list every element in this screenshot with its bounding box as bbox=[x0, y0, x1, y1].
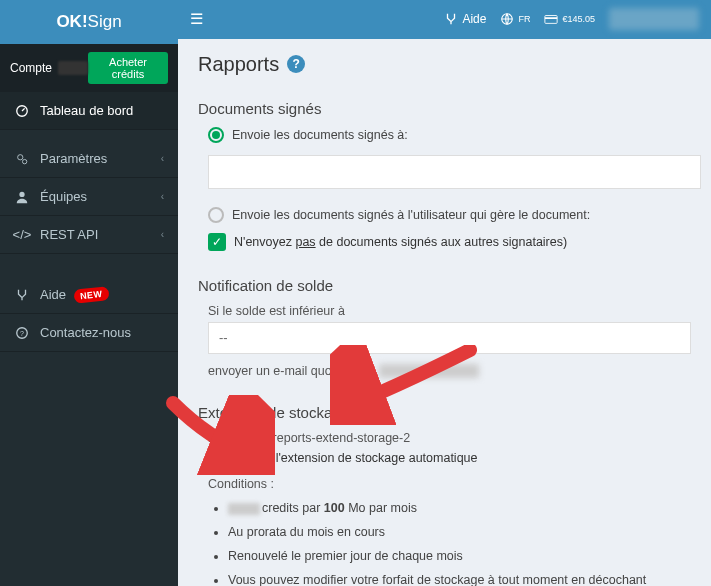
code-icon: </> bbox=[14, 227, 30, 242]
chevron-left-icon: ‹ bbox=[161, 229, 164, 240]
sidebar-item-teams[interactable]: Équipes ‹ bbox=[0, 178, 178, 216]
daily-email-label: envoyer un e-mail quotidien à: bbox=[208, 364, 691, 379]
brand-part1: OK! bbox=[56, 12, 87, 32]
sidebar-item-label: Aide bbox=[40, 287, 66, 302]
topbar-help[interactable]: Aide bbox=[444, 12, 486, 26]
merge-icon bbox=[14, 288, 30, 302]
list-item: Renouvelé le premier jour de chaque mois bbox=[228, 549, 691, 563]
sidebar-item-help[interactable]: Aide NEW bbox=[0, 276, 178, 314]
sidebar-item-dashboard[interactable]: Tableau de bord bbox=[0, 92, 178, 130]
list-item: Au prorata du mois en cours bbox=[228, 525, 691, 539]
merge-icon bbox=[444, 12, 458, 26]
content: Rapports ? Documents signés Envoie les d… bbox=[178, 39, 711, 586]
section-heading: Extension de stockage bbox=[198, 404, 691, 421]
sidebar-item-label: Paramètres bbox=[40, 151, 107, 166]
new-badge: NEW bbox=[73, 286, 109, 304]
balance-threshold-select[interactable]: -- bbox=[208, 322, 691, 354]
sidebar-item-settings[interactable]: Paramètres ‹ bbox=[0, 140, 178, 178]
radio-send-to-manager[interactable]: Envoie les documents signés à l'utilisat… bbox=[208, 207, 691, 223]
user-avatar[interactable] bbox=[609, 8, 699, 30]
account-label: Compte bbox=[10, 61, 88, 75]
radio-send-to-address[interactable]: Envoie les documents signés à: bbox=[208, 127, 691, 143]
topbar-lang: FR bbox=[518, 14, 530, 24]
hamburger-icon[interactable]: ☰ bbox=[190, 10, 203, 28]
user-icon bbox=[14, 190, 30, 204]
chevron-left-icon: ‹ bbox=[161, 153, 164, 164]
signed-email-input[interactable] bbox=[208, 155, 701, 189]
svg-point-3 bbox=[19, 191, 24, 196]
checkbox-no-send-others[interactable]: ✓ N'envoyez pas de documents signés aux … bbox=[208, 233, 691, 251]
section-heading: Notification de solde bbox=[198, 277, 691, 294]
radio-icon bbox=[208, 127, 224, 143]
main-area: ☰ Aide FR €145.05 Rapports ? bbox=[178, 0, 711, 586]
dashboard-icon bbox=[14, 104, 30, 118]
section-heading: Documents signés bbox=[198, 100, 691, 117]
checkbox-auto-storage[interactable]: Activer l'extension de stockage automati… bbox=[208, 449, 691, 467]
buy-credits-button[interactable]: Acheter crédits bbox=[88, 52, 168, 84]
svg-point-1 bbox=[18, 154, 23, 159]
help-circle-icon[interactable]: ? bbox=[287, 55, 305, 73]
svg-rect-8 bbox=[545, 18, 557, 20]
sidebar-item-label: REST API bbox=[40, 227, 98, 242]
svg-point-2 bbox=[22, 159, 26, 163]
account-row: Compte Acheter crédits bbox=[0, 44, 178, 92]
page-title: Rapports ? bbox=[198, 53, 691, 76]
conditions-label: Conditions : bbox=[208, 477, 691, 491]
checkbox-label: N'envoyez pas de documents signés aux au… bbox=[234, 235, 567, 249]
topbar-globe[interactable]: FR bbox=[500, 12, 530, 26]
creditcard-icon bbox=[544, 12, 558, 26]
svg-text:?: ? bbox=[20, 329, 24, 336]
sidebar-item-restapi[interactable]: </> REST API ‹ bbox=[0, 216, 178, 254]
sidebar-item-label: Contactez-nous bbox=[40, 325, 131, 340]
storage-subline: myaccount-reports-extend-storage-2 bbox=[208, 431, 691, 445]
checkbox-icon bbox=[208, 449, 226, 467]
list-item: Vous pouvez modifier votre forfait de st… bbox=[228, 573, 691, 586]
sidebar-item-contact[interactable]: ? Contactez-nous bbox=[0, 314, 178, 352]
balance-threshold-label: Si le solde est inférieur à bbox=[208, 304, 691, 318]
chevron-left-icon: ‹ bbox=[161, 191, 164, 202]
help-icon: ? bbox=[14, 326, 30, 340]
brand-logo: OK!Sign bbox=[0, 0, 178, 44]
section-balance-notification: Notification de solde Si le solde est in… bbox=[198, 277, 691, 379]
brand-part2: Sign bbox=[88, 12, 122, 32]
sidebar: OK!Sign Compte Acheter crédits Tableau d… bbox=[0, 0, 178, 586]
conditions-list: credits par 100 Mo par mois Au prorata d… bbox=[228, 501, 691, 586]
sidebar-item-label: Tableau de bord bbox=[40, 103, 133, 118]
list-item: credits par 100 Mo par mois bbox=[228, 501, 691, 515]
svg-rect-7 bbox=[545, 16, 557, 24]
topbar-credits[interactable]: €145.05 bbox=[544, 12, 595, 26]
topbar-credit-amount: €145.05 bbox=[562, 14, 595, 24]
section-storage-extension: Extension de stockage myaccount-reports-… bbox=[198, 404, 691, 586]
check-icon: ✓ bbox=[208, 233, 226, 251]
sidebar-item-label: Équipes bbox=[40, 189, 87, 204]
gears-icon bbox=[14, 152, 30, 166]
section-signed-documents: Documents signés Envoie les documents si… bbox=[198, 100, 691, 251]
topbar: ☰ Aide FR €145.05 bbox=[178, 0, 711, 39]
globe-icon bbox=[500, 12, 514, 26]
radio-icon bbox=[208, 207, 224, 223]
